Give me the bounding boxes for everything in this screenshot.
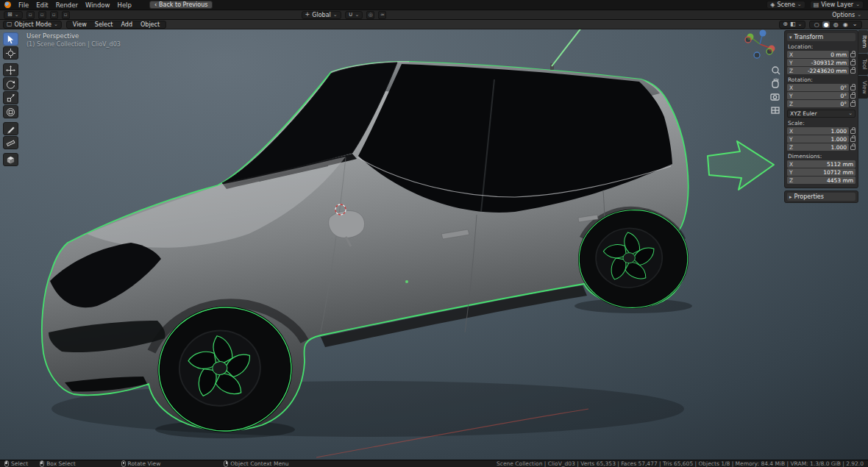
location-y-field[interactable]: Y-309312 mm	[787, 59, 849, 66]
lock-icon[interactable]	[850, 129, 855, 134]
mode-transfer-icon[interactable]: ▫	[26, 11, 35, 19]
lock-icon[interactable]	[850, 94, 855, 99]
annotate-pen-icon	[6, 124, 15, 134]
editor-type-button[interactable]: ⊞ ⌄	[4, 11, 23, 19]
tool-measure[interactable]	[3, 136, 18, 149]
menu-edit[interactable]: Edit	[36, 1, 48, 9]
rotation-x-field[interactable]: X0°	[787, 84, 849, 91]
tool-settings-bar: ⊞ ⌄ ▫ ▫ ▫ ▫ + Global ⌄ ∪ ⌄ ◎ ≈ Options ⌄	[0, 10, 868, 20]
tool-scale[interactable]	[3, 91, 18, 104]
car-shadow	[51, 381, 684, 437]
scene-name: Scene	[777, 1, 794, 8]
select-cursor-icon	[6, 35, 15, 44]
lock-icon[interactable]	[850, 146, 855, 150]
select-extend-icon[interactable]: ▫	[50, 11, 58, 19]
3d-viewport[interactable]: ▢ Object Mode ⌄ View Select Add Object ⊕…	[0, 20, 868, 460]
navigation-gizmo[interactable]	[745, 30, 775, 59]
select-mode-icon[interactable]: ▫	[38, 11, 46, 19]
axis-label: Y	[789, 169, 793, 176]
dimensions-y-field[interactable]: Y10712 mm	[787, 168, 855, 176]
axis-label: X	[789, 51, 793, 58]
axis-y-neg-ball[interactable]	[766, 49, 772, 54]
lock-icon[interactable]	[850, 138, 855, 142]
transform-orientation-dropdown[interactable]: + Global ⌄	[302, 11, 341, 19]
rotation-y-value: 0°	[840, 93, 847, 99]
properties-title: Properties	[794, 193, 824, 200]
scale-x-field[interactable]: X1.000	[787, 127, 849, 135]
menu-select[interactable]: Select	[92, 21, 116, 28]
lock-icon[interactable]	[850, 86, 855, 90]
tool-select-box[interactable]	[3, 32, 18, 46]
proportional-falloff-icon[interactable]: ≈	[378, 11, 386, 19]
viewport-header-right: ⊕ ◧ ⌄ ○ ● ◍ ◉ ⌄	[779, 21, 862, 29]
menu-view[interactable]: View	[70, 21, 90, 28]
axis-z-neg-ball[interactable]	[754, 52, 760, 58]
scale-arrow-empty[interactable]	[708, 141, 774, 190]
mode-dropdown[interactable]: ▢ Object Mode ⌄	[3, 21, 62, 29]
menu-file[interactable]: File	[18, 1, 29, 9]
location-x-field[interactable]: X0 mm	[787, 51, 849, 58]
gizmo-overlay-toggles[interactable]: ⊕ ◧ ⌄	[779, 21, 805, 29]
axis-label: Z	[789, 177, 793, 184]
properties-panel-header[interactable]: ▸ Properties	[787, 193, 855, 201]
orientation-label: Global	[312, 12, 331, 18]
menu-window[interactable]: Window	[85, 1, 110, 9]
tool-transform[interactable]	[3, 105, 18, 118]
shading-material-icon[interactable]: ◍	[832, 21, 839, 28]
scale-y-field[interactable]: Y1.000	[787, 135, 849, 143]
axis-x-neg-ball[interactable]	[745, 37, 751, 43]
scene-icon: ◈	[770, 2, 775, 8]
perspective-label: User Perspective	[26, 32, 121, 40]
zoom-button[interactable]	[772, 67, 780, 74]
pan-hand-button[interactable]	[772, 79, 778, 88]
dimensions-x-value: 5112 mm	[827, 161, 853, 168]
lock-icon[interactable]	[850, 69, 855, 74]
tool-move[interactable]	[3, 63, 18, 76]
scale-z-field[interactable]: Z1.000	[787, 143, 849, 151]
tool-cursor[interactable]	[3, 46, 18, 60]
toggle-perspective-button[interactable]	[772, 107, 779, 113]
viewport-menus: View Select Add Object	[66, 21, 166, 29]
lock-icon[interactable]	[850, 53, 855, 57]
menu-help[interactable]: Help	[117, 1, 131, 9]
blender-logo-icon[interactable]	[4, 1, 11, 8]
tool-annotate[interactable]	[3, 122, 18, 135]
proportional-editing-icon[interactable]: ◎	[366, 11, 374, 19]
shading-rendered-icon[interactable]: ◉	[842, 21, 849, 28]
menu-object[interactable]: Object	[138, 21, 163, 28]
view-layer-selector[interactable]: ▤ View Layer ⌄	[810, 1, 864, 9]
rotation-mode-dropdown[interactable]: XYZ Euler ⌄	[787, 110, 855, 118]
dimensions-x-field[interactable]: X5112 mm	[787, 160, 855, 168]
lock-icon[interactable]	[850, 61, 855, 65]
rotation-y-field[interactable]: Y0°	[787, 92, 849, 99]
car-object[interactable]	[42, 20, 690, 437]
statusbar: Select Box Select Rotate View Object Con…	[0, 460, 868, 467]
scene-selector[interactable]: ◈ Scene ⌄	[766, 1, 805, 9]
tab-view[interactable]: View	[858, 76, 868, 99]
menu-render[interactable]: Render	[56, 1, 78, 9]
lock-icon[interactable]	[850, 102, 855, 107]
tab-item[interactable]: Item	[858, 30, 868, 53]
tool-add-cube[interactable]	[3, 153, 18, 166]
rotation-z-field[interactable]: Z0°	[787, 100, 849, 107]
axis-label: Z	[789, 101, 793, 107]
back-to-previous-button[interactable]: ‹ Back to Previous	[149, 1, 213, 9]
status-context-menu-label: Object Context Menu	[230, 460, 288, 467]
menu-add[interactable]: Add	[118, 21, 136, 28]
axis-z-ball[interactable]	[760, 30, 766, 37]
select-subtract-icon[interactable]: ▫	[62, 11, 70, 19]
location-z-field[interactable]: Z-2243620 mm	[787, 67, 849, 74]
chevron-down-icon: ⌄	[15, 13, 19, 18]
shading-wireframe-icon[interactable]: ○	[813, 21, 820, 28]
transform-panel-header[interactable]: ▾ Transform	[787, 33, 855, 41]
options-dropdown[interactable]: Options ⌄	[832, 12, 861, 18]
dimensions-z-field[interactable]: Z4453 mm	[787, 177, 855, 184]
status-scene-stats: Scene Collection | ClioV_d03 | Verts 65,…	[497, 460, 864, 467]
tool-rotate[interactable]	[3, 77, 18, 90]
camera-view-button[interactable]	[771, 94, 779, 100]
shading-solid-icon[interactable]: ●	[822, 21, 830, 28]
snap-toggle[interactable]: ∪ ⌄	[345, 11, 363, 19]
magnet-icon: ∪	[349, 12, 353, 18]
viewport-canvas[interactable]	[0, 20, 868, 460]
tab-tool[interactable]: Tool	[858, 54, 868, 75]
